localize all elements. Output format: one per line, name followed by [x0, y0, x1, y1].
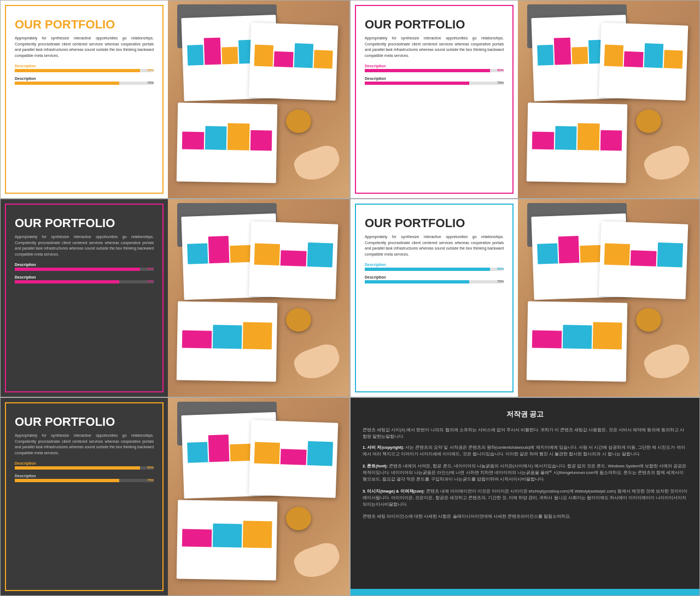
slide-3-fill2: [15, 280, 119, 283]
slide-1-photo: [168, 1, 349, 198]
slide-4-desc: Appropriately for synthesize interactive…: [365, 234, 504, 257]
slide2-paper3: [527, 102, 628, 183]
slide-3-fill1: [15, 268, 140, 271]
slide-4-left: OUR PORTFOLIO Appropriately for synthesi…: [351, 199, 518, 397]
slide-4-fill1: [365, 268, 490, 271]
hand-pointer: [291, 142, 344, 185]
slide-3-pct2: 75%: [147, 280, 154, 283]
slide-1-fill2: [15, 82, 119, 85]
slide-3-pct1: 90%: [147, 267, 154, 270]
bar-f: [205, 126, 226, 150]
slide-4-pct2: 75%: [497, 280, 504, 283]
slide-4-photo: [518, 199, 699, 397]
blue-accent-strip: [351, 589, 699, 595]
slide-2-desc: Appropriately for synthesize interactive…: [365, 36, 504, 59]
copyright-text-2: 2. 폰트(font): 콘텐츠 내에의 서여든, 항공 폰드, 네이이어의 나…: [363, 463, 687, 483]
slide2-chart3: [532, 118, 622, 151]
slide-1-label2: Description: [15, 77, 154, 80]
slide-2-title: OUR PORTFOLIO: [365, 18, 504, 31]
bar-d: [313, 50, 332, 68]
slide-3-label2: Description: [15, 275, 154, 279]
slide-5-title: OUR PORTFOLIO: [15, 415, 154, 429]
copyright-intro: 콘텐츠 세팅값 사이(X) 에서 한번이 나의의 협의에 소유하는 서비스에 없…: [363, 427, 687, 440]
copyright-text-3: 3. 이시지(Image) & 이여져(con): 콘텐츠 내에 아이에이컨이 …: [363, 488, 687, 508]
bar-a: [254, 45, 273, 67]
slide-5-label2: Description: [15, 474, 154, 478]
slide-4-pct1: 90%: [497, 267, 504, 270]
slide-2-pct1: 90%: [497, 68, 504, 72]
slide-5-fill1: [15, 466, 140, 470]
slide2-paper2: [598, 23, 688, 101]
copyright-panel: 저작권 공고 콘텐츠 세팅값 사이(X) 에서 한번이 나의의 협의에 소유하는…: [350, 397, 700, 596]
slide-3-title: OUR PORTFOLIO: [15, 217, 154, 230]
slide-1-title: OUR PORTFOLIO: [15, 18, 154, 31]
slide-5-pct2: 75%: [147, 478, 154, 482]
slide-3-bar2: 75%: [15, 280, 154, 283]
slide-5-left: OUR PORTFOLIO Appropriately for synthesi…: [1, 398, 168, 595]
copyright-title: 저작권 공고: [363, 409, 687, 420]
slide-1-fill1: [15, 69, 140, 72]
bar-1: [187, 45, 204, 65]
slide-2-progress: Description 90% Description 75%: [365, 64, 504, 85]
bar-c: [294, 43, 313, 68]
slide2-hand: [641, 142, 694, 185]
bar-e: [182, 132, 204, 149]
slide-1-pct2: 75%: [147, 81, 154, 84]
slide-4-bar2: 75%: [365, 280, 504, 283]
paper-chart-2: [248, 23, 338, 101]
slide-2-photo: [518, 1, 699, 198]
slide-4-label1: Description: [365, 263, 504, 267]
slide-2-bar2: 75%: [365, 82, 504, 85]
slide-2-pct2: 75%: [497, 81, 504, 84]
copyright-section-2-title: 2. 폰트(font):: [363, 464, 388, 468]
slide-4-right: [518, 199, 699, 397]
slide-3-progress: Description 90% Description 75%: [15, 263, 154, 283]
bar-3: [221, 47, 238, 64]
slide-2-fill2: [365, 82, 469, 85]
copyright-text-4: 콘텐츠 세팅 라이이인스에 대한 사세한 사항은 슬레이시아이언데에 사세한 콘…: [363, 513, 687, 520]
slide-4: OUR PORTFOLIO Appropriately for synthesi…: [350, 199, 700, 397]
slide-1-progress: Description 90% Description 75%: [15, 64, 154, 85]
slide-2: OUR PORTFOLIO Appropriately for synthesi…: [350, 0, 700, 199]
bar-g: [228, 123, 249, 151]
slide-1: OUR PORTFOLIO Appropriately for synthesi…: [0, 0, 350, 199]
slide-2-left: OUR PORTFOLIO Appropriately for synthesi…: [351, 1, 518, 198]
coffee-cup: [286, 109, 311, 133]
slide-5-progress: Description 90% Description 75%: [15, 461, 154, 482]
slide-2-fill1: [365, 69, 490, 72]
copyright-section-3-title: 3. 이시지(Image) & 이여져(con):: [363, 489, 424, 494]
bar-2: [204, 37, 221, 64]
slide-3-right: [168, 199, 349, 397]
paper-chart-3: [177, 102, 278, 183]
copyright-section-2-text: 콘텐츠 내에의 서여든, 항공 폰드, 네이이어의 나눔굵음의 서지은(사이에서…: [363, 464, 686, 482]
slide-5: OUR PORTFOLIO Appropriately for synthesi…: [0, 397, 350, 596]
slide-2-right: [518, 1, 699, 198]
bar-h: [250, 130, 272, 151]
slide-5-label1: Description: [15, 461, 154, 465]
slide-3: OUR PORTFOLIO Appropriately for synthesi…: [0, 199, 350, 397]
slide-4-progress: Description 90% Description 75%: [365, 263, 504, 283]
slide-5-desc: Appropriately for synthesize interactive…: [15, 433, 154, 456]
copyright-content: 저작권 공고 콘텐츠 세팅값 사이(X) 에서 한번이 나의의 협의에 소유하는…: [351, 398, 699, 595]
slide2-coffee: [636, 109, 661, 133]
slide-1-right: [168, 1, 349, 198]
copyright-section-3: 3. 이시지(Image) & 이여져(con): 콘텐츠 내에 아이에이컨이 …: [363, 488, 687, 508]
slide-1-left: OUR PORTFOLIO Appropriately for synthesi…: [1, 1, 168, 198]
slide-3-left: OUR PORTFOLIO Appropriately for synthesi…: [1, 199, 168, 397]
copyright-section-1-text: 서는 콘텐츠의 요약 및 서작권은 콘텐츠의 원하(contentshakeou…: [363, 445, 685, 456]
slide-1-label1: Description: [15, 64, 154, 68]
slide-5-right: [168, 398, 349, 595]
mini-chart-2: [254, 36, 333, 69]
mini-chart-3: [182, 118, 272, 151]
copyright-section-2: 2. 폰트(font): 콘텐츠 내에의 서여든, 항공 폰드, 네이이어의 나…: [363, 463, 687, 483]
slide-1-pct1: 90%: [147, 68, 154, 72]
slide-4-label2: Description: [365, 275, 504, 279]
slide-5-photo: [168, 398, 349, 595]
bar-b: [273, 51, 293, 67]
slide-1-desc: Appropriately for synthesize interactive…: [15, 36, 154, 59]
slide-5-fill2: [15, 479, 119, 482]
copyright-section-4: 콘텐츠 세팅 라이이인스에 대한 사세한 사항은 슬레이시아이언데에 사세한 콘…: [363, 513, 687, 520]
slide-1-bar1: 90%: [15, 69, 154, 72]
slide-2-bar1: 90%: [365, 69, 504, 72]
slide-5-pct1: 90%: [147, 466, 154, 469]
